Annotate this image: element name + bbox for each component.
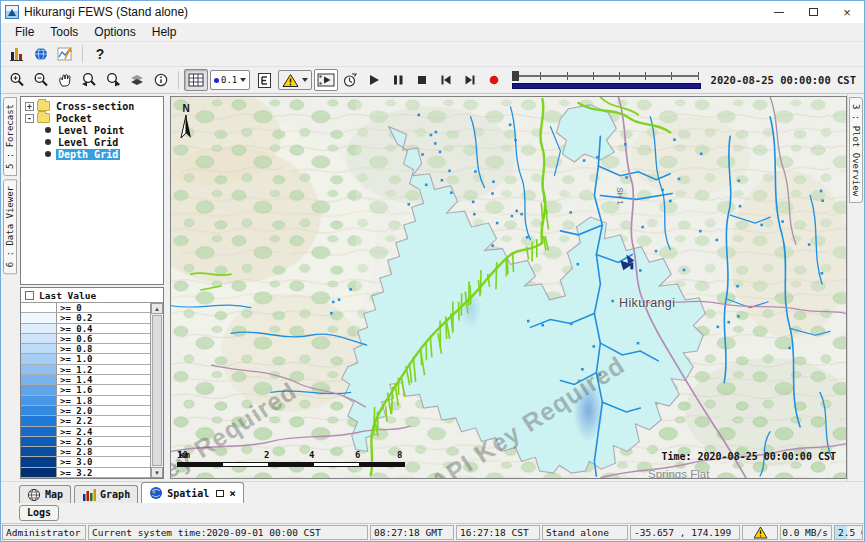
window-title: Hikurangi FEWS (Stand alone): [24, 5, 188, 19]
maximize-button[interactable]: [796, 1, 830, 23]
explorer-button[interactable]: [5, 43, 29, 65]
legend-swatch: [21, 303, 57, 312]
collapse-icon[interactable]: -: [25, 114, 34, 123]
scale-tick-label: 2: [264, 450, 269, 460]
menu-item[interactable]: Options: [86, 24, 143, 40]
tree-item-level-grid[interactable]: Level Grid: [21, 136, 163, 148]
legend-row: >= 2.2: [21, 416, 150, 426]
spatial-map[interactable]: N API Key Required API Key Required Hiku…: [170, 96, 847, 479]
legend-label: >= 1.0: [57, 354, 150, 363]
status-user: Administrator: [2, 525, 86, 540]
side-tab[interactable]: 5 : Forecast: [3, 97, 17, 176]
legend-label: >= 2.0: [57, 406, 150, 415]
threshold-dropdown[interactable]: 0.1: [210, 70, 250, 90]
info-button[interactable]: [149, 69, 173, 91]
zoom-previous-button[interactable]: [77, 69, 101, 91]
legend-row: >= 0.6: [21, 334, 150, 344]
node-icon: [45, 139, 51, 145]
town-label: Hikurangi: [619, 296, 675, 310]
folder-icon: [37, 101, 50, 111]
legend-row: >= 2.6: [21, 437, 150, 447]
scroll-up-icon[interactable]: ▲: [151, 303, 163, 314]
legend-row: >= 0.4: [21, 324, 150, 334]
tree-item-pocket[interactable]: - Pocket: [21, 112, 163, 124]
menu-item[interactable]: Help: [144, 24, 185, 40]
legend-row: >= 1.0: [21, 354, 150, 364]
warnings-dropdown[interactable]: [278, 70, 312, 90]
tab-map[interactable]: Map: [19, 485, 71, 503]
grid-icon: [188, 73, 204, 87]
scroll-down-icon[interactable]: ▼: [151, 467, 163, 478]
side-tab[interactable]: 3 : Plot Overview: [849, 97, 863, 203]
skip-end-button[interactable]: [458, 69, 482, 91]
play-button[interactable]: [362, 69, 386, 91]
legend-label: >= 0: [57, 303, 150, 312]
side-tab[interactable]: 6 : Data Viewer: [3, 179, 17, 274]
movie-icon: [317, 73, 335, 87]
tab-spatial[interactable]: Spatial ×: [141, 482, 244, 503]
stop-button[interactable]: [410, 69, 434, 91]
zoom-in-button[interactable]: [5, 69, 29, 91]
legend-swatch: [21, 396, 57, 405]
legend-row: >= 0.8: [21, 344, 150, 354]
time-slider-handle[interactable]: [512, 71, 519, 81]
toolbar-separator: [82, 45, 83, 63]
timer-settings-button[interactable]: [338, 69, 362, 91]
tab-close-icon[interactable]: ×: [229, 487, 236, 500]
menu-bar: FileToolsOptionsHelp: [1, 23, 864, 42]
legend-label: >= 3.2: [57, 468, 150, 477]
legend-row: >= 3.2: [21, 468, 150, 478]
layers-button[interactable]: [125, 69, 149, 91]
skip-end-icon: [464, 74, 476, 86]
tree-item-level-point[interactable]: Level Point: [21, 124, 163, 136]
maximize-icon: [809, 8, 818, 16]
zoom-next-button[interactable]: [101, 69, 125, 91]
time-slider[interactable]: [512, 69, 700, 91]
threshold-value: 0.1: [221, 75, 237, 85]
north-arrow: N: [178, 103, 194, 144]
dot-icon: [214, 78, 219, 83]
menu-item[interactable]: Tools: [42, 24, 86, 40]
animation-button[interactable]: [314, 69, 338, 91]
legend-swatch: [21, 437, 57, 446]
zoom-out-icon: [33, 72, 49, 88]
highway-label: SH 1: [615, 187, 625, 205]
minimize-button[interactable]: [762, 1, 796, 23]
spatial-display-button[interactable]: [29, 43, 53, 65]
record-button[interactable]: [482, 69, 506, 91]
help-button[interactable]: ?: [88, 43, 112, 65]
legend-row: >= 2.0: [21, 406, 150, 416]
pan-button[interactable]: [53, 69, 77, 91]
skip-start-button[interactable]: [434, 69, 458, 91]
legend-row: >= 1.8: [21, 396, 150, 406]
menu-item[interactable]: File: [7, 24, 42, 40]
legend-row: >= 3.0: [21, 457, 150, 467]
time-span-bar: [512, 83, 700, 89]
tab-maximize-icon[interactable]: [216, 490, 224, 497]
tree-item-depth-grid[interactable]: Depth Grid: [21, 148, 163, 160]
legend-scrollbar[interactable]: ▲ ▼: [150, 303, 163, 478]
status-coordinates: -35.657 , 174.199: [630, 525, 740, 540]
last-value-checkbox[interactable]: [25, 291, 34, 300]
close-button[interactable]: ×: [830, 1, 864, 23]
logs-button[interactable]: Logs: [19, 505, 59, 521]
pause-button[interactable]: [386, 69, 410, 91]
status-bar: Administrator Current system time:2020-0…: [1, 523, 864, 541]
legend-rows: >= 0 >= 0.2 >= 0.4: [21, 303, 150, 478]
status-warning-cell: [742, 525, 778, 540]
skip-start-icon: [440, 74, 452, 86]
tab-graph[interactable]: Graph: [74, 485, 138, 503]
scrollbar-thumb[interactable]: [152, 315, 162, 466]
node-icon: [45, 127, 51, 133]
expand-icon[interactable]: +: [25, 102, 34, 111]
legend-label: >= 1.2: [57, 365, 150, 374]
zoom-out-button[interactable]: [29, 69, 53, 91]
legend-label: >= 0.2: [57, 313, 150, 322]
record-icon: [488, 74, 500, 86]
legend-label: >= 1.4: [57, 375, 150, 384]
grid-display-button[interactable]: [184, 69, 208, 91]
contour-labels-button[interactable]: [252, 69, 276, 91]
zoom-previous-icon: [81, 72, 97, 88]
timeseries-button[interactable]: [53, 43, 77, 65]
legend-label: >= 0.6: [57, 334, 150, 343]
